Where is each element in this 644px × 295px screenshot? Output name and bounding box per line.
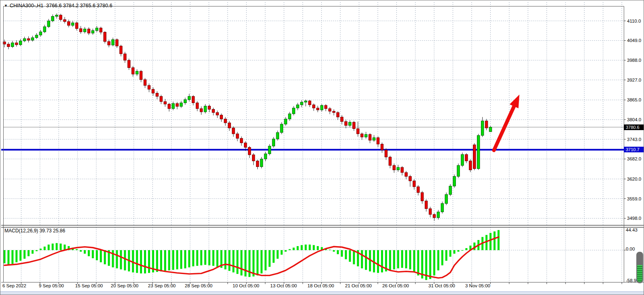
time-tick-label: 6 Sep 2022 <box>2 283 26 288</box>
price-tick-label: 3682.0 <box>627 156 641 162</box>
current-ohlc-label: 3766.6 3784.2 3765.6 3780.6 <box>46 3 112 8</box>
time-tick-label: 10 Oct 05:00 <box>233 283 259 288</box>
macd-axis-max-label: 44.43 <box>626 227 638 233</box>
price-tick-label: 3498.0 <box>627 215 641 221</box>
window-bottom-strip <box>0 291 644 295</box>
time-tick-label: 3 Nov 05:00 <box>465 283 490 288</box>
macd-layer <box>4 230 500 280</box>
symbol-title[interactable]: ▼CHINA300-,H1 3766.6 3784.2 3765.6 3780.… <box>4 3 112 8</box>
trading-chart-window: ▼CHINA300-,H1 3766.6 3784.2 3765.6 3780.… <box>0 0 644 295</box>
chart-canvas[interactable] <box>0 0 644 295</box>
grid-layer <box>4 2 624 282</box>
time-tick-label: 9 Sep 05:00 <box>39 283 64 288</box>
symbol-marker-icon: ▼ <box>4 4 8 8</box>
price-tick-label: 3988.0 <box>627 57 641 63</box>
scrollbar-thumb[interactable] <box>636 252 643 283</box>
price-lines-layer <box>1 127 644 150</box>
macd-indicator-label: MACD(12,26,9) 39.73 25.86 <box>4 228 65 234</box>
price-tick-label: 3559.0 <box>627 196 641 202</box>
price-tick-label: 3620.0 <box>627 176 641 182</box>
time-tick-label: 26 Oct 05:00 <box>382 283 409 288</box>
time-tick-label: 20 Sep 05:00 <box>111 283 138 288</box>
scrollbar-grip-icon <box>637 265 642 282</box>
candles-layer <box>3 13 492 221</box>
time-tick-label: 31 Oct 05:00 <box>428 283 455 288</box>
price-tick-label: 4049.0 <box>627 38 641 43</box>
price-tick-label: 3743.0 <box>627 137 641 142</box>
hline-price-badge: 3710.7 <box>624 147 644 152</box>
price-tick-label: 3804.0 <box>627 117 641 122</box>
last-price-badge: 3780.6 <box>624 124 644 130</box>
symbol-timeframe-label: CHINA300-,H1 <box>10 3 43 8</box>
price-tick-label: 3927.0 <box>627 77 641 83</box>
annotation-layer <box>494 95 519 150</box>
time-tick-label: 28 Sep 05:00 <box>185 283 212 288</box>
time-tick-label: 15 Sep 05:00 <box>75 283 103 288</box>
time-tick-label: 18 Oct 05:00 <box>307 283 334 288</box>
time-tick-label: 23 Sep 05:00 <box>148 283 176 288</box>
price-tick-label: 3865.0 <box>627 97 641 103</box>
macd-axis-zero-label: 0.00 <box>626 246 635 252</box>
time-tick-label: 13 Oct 05:00 <box>270 283 297 288</box>
price-tick-label: 4110.0 <box>627 18 641 24</box>
borders-layer <box>1 6 644 284</box>
macd-signal-line <box>4 237 498 278</box>
time-tick-label: 21 Oct 05:00 <box>345 283 372 288</box>
